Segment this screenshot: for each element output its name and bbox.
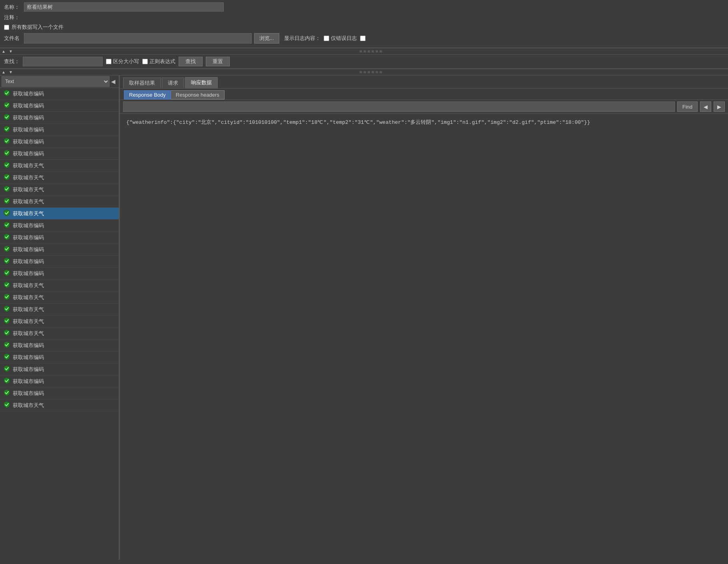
tab-取样器结果[interactable]: 取样器结果 — [123, 77, 161, 88]
list-item[interactable]: 获取城市编码 — [0, 244, 119, 256]
list-item[interactable]: 获取城市编码 — [0, 375, 119, 387]
list-item[interactable]: 获取城市天气 — [0, 280, 119, 292]
list-item[interactable]: 获取城市天气 — [0, 328, 119, 340]
case-sensitive-group: 区分大小写 — [106, 58, 139, 65]
regex-group: 正则表达式 — [142, 58, 175, 65]
top-section: 名称： 注释： 所有数据写入一个文件 文件名 浏览... 显示日志内容： 仅错误… — [0, 0, 728, 48]
search-label: 查找： — [4, 58, 20, 65]
list-item-label: 获取城市编码 — [13, 126, 44, 133]
response-body: {"weatherinfo":{"city":"北京","cityid":"10… — [120, 114, 728, 560]
list-item-label: 获取城市天气 — [13, 198, 44, 205]
list-item-label: 获取城市编码 — [13, 234, 44, 241]
collapse-button[interactable]: ◀ — [109, 78, 117, 85]
list-item-label: 获取城市天气 — [13, 306, 44, 313]
list-item[interactable]: 获取城市编码 — [0, 136, 119, 148]
resp-tab-Response-headers[interactable]: Response headers — [171, 90, 225, 99]
status-success-icon — [3, 233, 13, 242]
list-item[interactable]: 获取城市编码 — [0, 112, 119, 124]
find-icon-prev[interactable]: ◀ — [700, 101, 711, 112]
tab-响应数据[interactable]: 响应数据 — [185, 77, 218, 88]
status-success-icon — [3, 329, 13, 338]
list-item[interactable]: 获取城市天气 — [0, 172, 119, 184]
list-item[interactable]: 获取城市编码 — [0, 124, 119, 136]
list-item[interactable]: 获取城市天气 — [0, 160, 119, 172]
list-item[interactable]: 获取城市天气 — [0, 399, 119, 411]
status-success-icon — [3, 293, 13, 302]
status-success-icon — [3, 317, 13, 326]
list-header: Text JSON XML HTML ◀ — [0, 75, 119, 88]
list-item[interactable]: 获取城市编码 — [0, 220, 119, 232]
list-item[interactable]: 获取城市天气 — [0, 292, 119, 304]
list-item-label: 获取城市天气 — [13, 210, 44, 217]
list-item-label: 获取城市编码 — [13, 246, 44, 253]
list-item[interactable]: 获取城市天气 — [0, 304, 119, 316]
list-item[interactable]: 获取城市编码 — [0, 88, 119, 100]
case-sensitive-checkbox[interactable] — [106, 59, 111, 64]
regex-checkbox[interactable] — [142, 59, 148, 64]
status-success-icon — [3, 257, 13, 266]
arrow-up-btn2[interactable]: ▲ — [0, 70, 7, 74]
main-content: Text JSON XML HTML ◀ 获取城市编码 获取城市编码 获取城市编… — [0, 75, 728, 560]
status-success-icon — [3, 173, 13, 182]
status-success-icon — [3, 389, 13, 397]
list-item-label: 获取城市天气 — [13, 186, 44, 193]
status-success-icon — [3, 305, 13, 314]
error-only-label: 仅错误日志 — [331, 35, 357, 42]
list-item[interactable]: 获取城市编码 — [0, 363, 119, 375]
list-item-label: 获取城市编码 — [13, 390, 44, 397]
file-row: 文件名 浏览... 显示日志内容： 仅错误日志 — [4, 33, 724, 44]
status-success-icon — [3, 101, 13, 110]
list-type-select[interactable]: Text JSON XML HTML — [2, 76, 109, 87]
list-item[interactable]: 获取城市编码 — [0, 340, 119, 352]
list-item[interactable]: 获取城市编码 — [0, 268, 119, 280]
status-success-icon — [3, 113, 13, 122]
all-data-checkbox[interactable] — [4, 25, 9, 30]
list-item[interactable]: 获取城市天气 — [0, 196, 119, 208]
status-success-icon — [3, 401, 13, 409]
find-icon-next[interactable]: ▶ — [714, 101, 725, 112]
find-input[interactable] — [123, 101, 675, 112]
log-label: 显示日志内容： — [284, 35, 320, 42]
browse-button[interactable]: 浏览... — [254, 33, 279, 44]
list-item-label: 获取城市编码 — [13, 90, 44, 97]
error-only-checkbox[interactable] — [324, 36, 329, 41]
list-item[interactable]: 获取城市天气 — [0, 208, 119, 220]
filename-input[interactable] — [24, 33, 252, 44]
list-item[interactable]: 获取城市编码 — [0, 232, 119, 244]
regex-label: 正则表达式 — [149, 58, 175, 65]
list-item[interactable]: 获取城市编码 — [0, 352, 119, 363]
status-success-icon — [3, 269, 13, 278]
find-button[interactable]: 查找 — [179, 57, 203, 66]
list-item[interactable]: 获取城市编码 — [0, 148, 119, 160]
list-container: 获取城市编码 获取城市编码 获取城市编码 获取城市编码 获取城市编码 获取城市编… — [0, 88, 119, 560]
tab-请求[interactable]: 请求 — [162, 77, 184, 88]
list-item-label: 获取城市天气 — [13, 318, 44, 325]
search-input[interactable] — [23, 57, 103, 66]
name-input[interactable] — [24, 2, 224, 12]
list-item[interactable]: 获取城市编码 — [0, 387, 119, 399]
extra-checkbox[interactable] — [360, 36, 366, 41]
status-success-icon — [3, 281, 13, 290]
wavy-divider-bottom: ≋≋≋≋≋≋ — [14, 70, 728, 74]
divider-bottom: ▲ ▼ ≋≋≋≋≋≋ — [0, 69, 728, 75]
resp-tab-Response-Body[interactable]: Response Body — [124, 90, 171, 99]
status-success-icon — [3, 209, 13, 218]
list-item[interactable]: 获取城市编码 — [0, 100, 119, 112]
list-item[interactable]: 获取城市天气 — [0, 316, 119, 328]
arrow-down-btn2[interactable]: ▼ — [7, 70, 14, 74]
status-success-icon — [3, 365, 13, 373]
status-success-icon — [3, 137, 13, 146]
comment-row: 注释： — [4, 14, 724, 21]
list-item[interactable]: 获取城市天气 — [0, 184, 119, 196]
case-sensitive-label: 区分大小写 — [113, 58, 139, 65]
arrow-up-btn[interactable]: ▲ — [0, 49, 7, 54]
list-item[interactable]: 获取城市编码 — [0, 256, 119, 268]
reset-button[interactable]: 重置 — [206, 57, 230, 66]
arrow-down-btn[interactable]: ▼ — [7, 49, 14, 54]
title-row: 名称： — [4, 2, 724, 12]
list-item-label: 获取城市编码 — [13, 150, 44, 157]
find-btn[interactable]: Find — [677, 101, 698, 112]
all-data-label: 所有数据写入一个文件 — [12, 24, 64, 31]
search-bar: 查找： 区分大小写 正则表达式 查找 重置 — [0, 55, 728, 69]
response-area: Response BodyResponse headers Find ◀ ▶ {… — [120, 89, 728, 560]
